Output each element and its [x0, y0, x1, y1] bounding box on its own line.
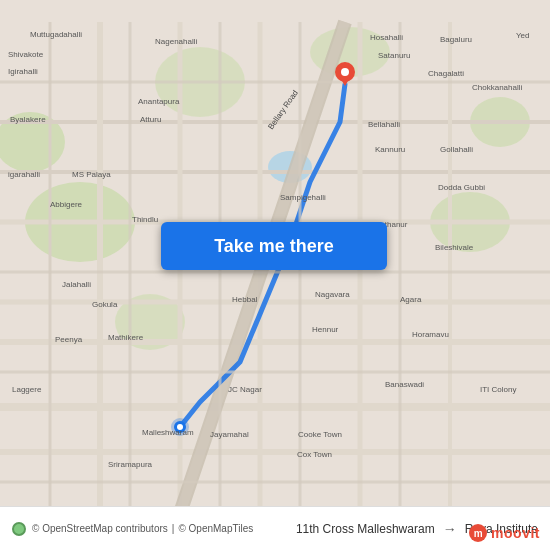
svg-text:Horamavu: Horamavu: [412, 330, 449, 339]
arrow-icon: →: [443, 521, 457, 537]
svg-text:Sriramapura: Sriramapura: [108, 460, 153, 469]
svg-point-34: [341, 68, 349, 76]
svg-text:Cooke Town: Cooke Town: [298, 430, 342, 439]
svg-text:Gollahalli: Gollahalli: [440, 145, 473, 154]
svg-text:Malleshwaram: Malleshwaram: [142, 428, 194, 437]
osm-text: © OpenStreetMap contributors: [32, 523, 168, 534]
svg-text:Chokkanahalli: Chokkanahalli: [472, 83, 522, 92]
attribution: © OpenStreetMap contributors | © OpenMap…: [12, 522, 253, 536]
moovit-brand-name: moovit: [491, 525, 540, 541]
svg-text:Igirahalli: Igirahalli: [8, 67, 38, 76]
svg-text:Peenya: Peenya: [55, 335, 83, 344]
svg-text:Kannuru: Kannuru: [375, 145, 405, 154]
osm-icon: [12, 522, 26, 536]
svg-text:Abbigere: Abbigere: [50, 200, 83, 209]
svg-text:Satanuru: Satanuru: [378, 51, 410, 60]
svg-text:Hennur: Hennur: [312, 325, 339, 334]
map-container: Muttugadahalli Shivakote Igirahalli Nage…: [0, 0, 550, 550]
tiles-text: © OpenMapTiles: [178, 523, 253, 534]
svg-text:Laggere: Laggere: [12, 385, 42, 394]
svg-text:Atturu: Atturu: [140, 115, 161, 124]
svg-text:Cox Town: Cox Town: [297, 450, 332, 459]
route-from: 11th Cross Malleshwaram: [296, 522, 435, 536]
svg-text:Bagaluru: Bagaluru: [440, 35, 472, 44]
svg-text:Jayamahal: Jayamahal: [210, 430, 249, 439]
svg-text:Bellahalli: Bellahalli: [368, 120, 400, 129]
svg-text:Hosahalli: Hosahalli: [370, 33, 403, 42]
svg-text:Gokula: Gokula: [92, 300, 118, 309]
svg-text:Agara: Agara: [400, 295, 422, 304]
moovit-icon: m: [469, 524, 487, 542]
moovit-logo: m moovit: [469, 524, 540, 542]
svg-text:ITI Colony: ITI Colony: [480, 385, 516, 394]
svg-text:Byalakere: Byalakere: [10, 115, 46, 124]
take-me-there-button[interactable]: Take me there: [161, 222, 387, 270]
svg-text:Dodda Gubbi: Dodda Gubbi: [438, 183, 485, 192]
separator: |: [172, 523, 175, 534]
svg-text:Mathikere: Mathikere: [108, 333, 144, 342]
svg-text:igarahalli: igarahalli: [8, 170, 40, 179]
svg-text:Anantapura: Anantapura: [138, 97, 180, 106]
svg-text:Bileshivale: Bileshivale: [435, 243, 474, 252]
svg-text:Shivakote: Shivakote: [8, 50, 44, 59]
svg-text:Sampigehalli: Sampigehalli: [280, 193, 326, 202]
svg-text:MS Palaya: MS Palaya: [72, 170, 111, 179]
svg-text:Nagenahalli: Nagenahalli: [155, 37, 197, 46]
svg-text:Muttugadahalli: Muttugadahalli: [30, 30, 82, 39]
svg-text:Chagalatti: Chagalatti: [428, 69, 464, 78]
svg-text:Hebbal: Hebbal: [232, 295, 258, 304]
svg-text:JC Nagar: JC Nagar: [228, 385, 262, 394]
svg-text:Banaswadi: Banaswadi: [385, 380, 424, 389]
svg-text:Thindlu: Thindlu: [132, 215, 158, 224]
svg-text:Nagavara: Nagavara: [315, 290, 350, 299]
bottom-bar: © OpenStreetMap contributors | © OpenMap…: [0, 506, 550, 550]
svg-text:Jalahalli: Jalahalli: [62, 280, 91, 289]
svg-text:Yed: Yed: [516, 31, 530, 40]
map-svg: Muttugadahalli Shivakote Igirahalli Nage…: [0, 0, 550, 550]
